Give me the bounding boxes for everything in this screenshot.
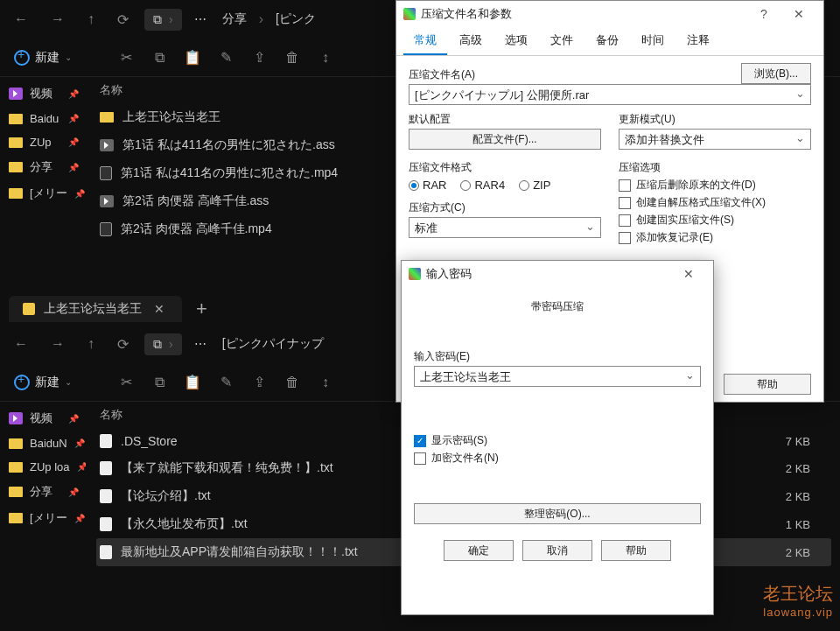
cut-icon[interactable]: ✂ <box>116 372 136 393</box>
rar-tab[interactable]: 备份 <box>585 27 629 55</box>
sidebar-item[interactable]: [メリー📌 <box>2 505 86 531</box>
nav-refresh-b[interactable]: ⟳ <box>110 333 136 356</box>
folder-icon <box>100 112 114 123</box>
compress-option[interactable]: 压缩后删除原来的文件(D) <box>619 178 811 193</box>
sidebar-item[interactable]: 视频📌 <box>2 81 86 107</box>
format-rar-radio[interactable]: RAR <box>409 179 446 192</box>
pwd-close-icon[interactable]: ✕ <box>671 261 706 287</box>
profile-button[interactable]: 配置文件(F)... <box>409 129 601 150</box>
breadcrumb-seg-current[interactable]: [ピンク <box>272 8 319 31</box>
text-file-icon <box>100 489 112 503</box>
subtitle-icon <box>100 139 114 151</box>
share-icon[interactable]: ⇪ <box>248 47 270 68</box>
folder-icon <box>9 137 23 148</box>
nav-forward-b[interactable]: → <box>44 333 72 355</box>
folder-icon <box>9 487 23 497</box>
paste-icon[interactable]: 📋 <box>182 372 203 393</box>
password-input[interactable]: 上老王论坛当老王 <box>414 366 701 387</box>
nav-up[interactable]: ↑ <box>80 8 102 31</box>
copy-icon[interactable]: ⧉ <box>149 47 170 68</box>
breadcrumb-seg-share[interactable]: 分享 <box>219 8 250 31</box>
sidebar-item[interactable]: 视频📌 <box>2 405 86 431</box>
folder-icon <box>9 462 23 473</box>
new-button-b[interactable]: 新建⌄ <box>5 371 80 394</box>
rar-tab[interactable]: 时间 <box>631 27 675 55</box>
video-icon <box>9 412 23 424</box>
rar-tab[interactable]: 高级 <box>449 27 493 55</box>
folder-icon <box>9 513 23 523</box>
tab-close[interactable]: ✕ <box>150 302 168 316</box>
sidebar-item[interactable]: ZUp📌 <box>2 130 86 154</box>
nav-up-b[interactable]: ↑ <box>80 333 102 355</box>
text-file-icon <box>100 517 112 531</box>
pwd-heading: 带密码压缩 <box>414 299 701 314</box>
rar-titlebar[interactable]: 压缩文件名和参数 ? ✕ <box>396 1 823 27</box>
compression-method-select[interactable]: 标准 <box>409 217 601 238</box>
sidebar-item[interactable]: Baidu📌 <box>2 107 86 130</box>
video-icon <box>9 88 23 100</box>
sidebar-item[interactable]: 分享📌 <box>2 479 86 505</box>
tab-active[interactable]: 上老王论坛当老王 ✕ <box>9 296 182 322</box>
password-dialog: 输入密码 ✕ 带密码压缩 输入密码(E) 上老王论坛当老王 显示密码(S) 加密… <box>401 260 714 615</box>
pwd-help-button[interactable]: 帮助 <box>601 540 671 561</box>
breadcrumb-root[interactable]: ⧉› <box>144 9 182 31</box>
sort-icon[interactable]: ↕ <box>315 47 336 68</box>
folder-icon <box>9 188 23 199</box>
pwd-cancel-button[interactable]: 取消 <box>522 540 592 561</box>
text-file-icon <box>100 434 112 448</box>
rar-tab[interactable]: 注释 <box>676 27 720 55</box>
rename-icon[interactable]: ✎ <box>215 47 236 68</box>
sort-icon[interactable]: ↕ <box>315 372 336 393</box>
folder-icon <box>9 162 23 172</box>
new-button[interactable]: 新建⌄ <box>5 46 80 69</box>
delete-icon[interactable]: 🗑 <box>282 372 303 393</box>
copy-icon[interactable]: ⧉ <box>149 372 170 393</box>
sidebar-item[interactable]: ZUp loa📌 <box>2 455 86 479</box>
winrar-icon <box>409 268 421 280</box>
rar-help-button[interactable]: 帮助 <box>724 374 811 395</box>
cut-icon[interactable]: ✂ <box>116 47 136 68</box>
compress-option[interactable]: 添加恢复记录(E) <box>619 230 811 245</box>
browse-button[interactable]: 浏览(B)... <box>741 63 811 84</box>
compress-option[interactable]: 创建自解压格式压缩文件(X) <box>619 195 811 210</box>
rar-tab[interactable]: 选项 <box>494 27 538 55</box>
subtitle-icon <box>100 195 114 207</box>
rar-tab[interactable]: 常规 <box>403 27 447 55</box>
rar-tabs: 常规高级选项文件备份时间注释 <box>396 27 823 56</box>
update-mode-select[interactable]: 添加并替换文件 <box>619 129 811 150</box>
manage-passwords-button[interactable]: 整理密码(O)... <box>414 503 701 524</box>
encrypt-names-checkbox[interactable]: 加密文件名(N) <box>414 451 701 466</box>
format-rar4-radio[interactable]: RAR4 <box>460 179 505 192</box>
compress-option[interactable]: 创建固实压缩文件(S) <box>619 213 811 228</box>
format-zip-radio[interactable]: ZIP <box>519 179 550 192</box>
show-password-checkbox[interactable]: 显示密码(S) <box>414 433 701 448</box>
nav-forward[interactable]: → <box>44 8 72 31</box>
nav-back-b[interactable]: ← <box>7 333 35 355</box>
rename-icon[interactable]: ✎ <box>215 372 236 393</box>
sidebar-item[interactable]: [メリー📌 <box>2 180 86 207</box>
rar-close-icon[interactable]: ✕ <box>781 1 816 27</box>
delete-icon[interactable]: 🗑 <box>282 47 303 68</box>
pwd-ok-button[interactable]: 确定 <box>444 540 514 561</box>
nav-back[interactable]: ← <box>7 8 35 31</box>
share-icon[interactable]: ⇪ <box>248 372 270 393</box>
folder-icon <box>9 114 23 124</box>
breadcrumb-dots[interactable]: ⋯ <box>191 9 210 30</box>
new-tab-button[interactable]: + <box>182 298 221 320</box>
tab-label: 上老王论坛当老王 <box>44 301 142 317</box>
sidebar-top: 视频📌Baidu📌ZUp📌分享📌[メリー📌 <box>0 77 88 293</box>
archive-name-input[interactable]: [ピンクパイナップル] 公開便所.rar <box>409 84 811 105</box>
pwd-titlebar[interactable]: 输入密码 ✕ <box>402 261 713 287</box>
rar-help-icon[interactable]: ? <box>746 1 781 27</box>
breadcrumb-dots-b[interactable]: ⋯ <box>191 333 210 354</box>
nav-refresh[interactable]: ⟳ <box>110 8 136 32</box>
text-file-icon <box>100 461 112 475</box>
paste-icon[interactable]: 📋 <box>182 47 203 68</box>
plus-icon <box>14 50 30 66</box>
sidebar-item[interactable]: BaiduN📌 <box>2 431 86 455</box>
breadcrumb-seg-b[interactable]: [ピンクパイナップ <box>219 333 327 355</box>
rar-tab[interactable]: 文件 <box>540 27 584 55</box>
breadcrumb-root-b[interactable]: ⧉› <box>144 333 182 355</box>
video-file-icon <box>100 222 112 236</box>
sidebar-item[interactable]: 分享📌 <box>2 154 86 180</box>
